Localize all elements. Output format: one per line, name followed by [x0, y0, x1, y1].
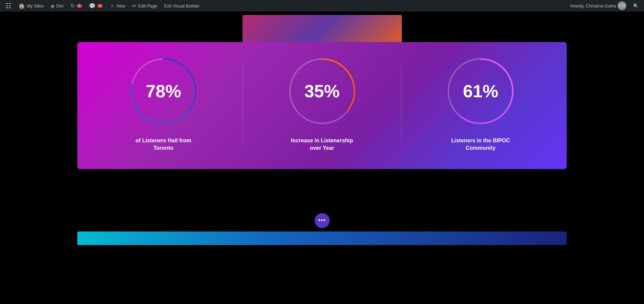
stat-item-1: 78% of Listeners Hail from Toronto	[84, 56, 243, 152]
circle-2: 35%	[287, 56, 358, 127]
stat-value-1: 78%	[146, 81, 181, 101]
updates-badge: 3	[77, 4, 82, 8]
dots-button[interactable]: •••	[315, 213, 330, 228]
updates-link[interactable]: ↻ 3	[68, 0, 85, 12]
stat-item-3: 61% Listeners in the BIPOC Community	[401, 56, 560, 152]
search-link[interactable]: 🔍	[630, 0, 641, 12]
exit-visual-builder-link[interactable]: Exit Visual Builder	[161, 0, 202, 12]
howdy-link[interactable]: Howdy, Christina Gwira CG	[567, 0, 629, 12]
top-image-area	[0, 12, 644, 42]
stat-value-3: 61%	[463, 81, 498, 101]
avatar: CG	[618, 1, 626, 10]
new-link[interactable]: ＋ New	[107, 0, 128, 12]
exit-visual-builder-label: Exit Visual Builder	[164, 3, 200, 8]
top-image	[242, 15, 402, 42]
wordpress-logo: ☷	[3, 2, 14, 10]
edit-icon: ✏	[132, 3, 137, 9]
stat-label-2: Increase in Listenership over Year	[288, 137, 356, 152]
stat-value-2: 35%	[304, 81, 339, 101]
new-label: New	[117, 3, 125, 8]
comments-link[interactable]: 💬 0	[86, 0, 105, 12]
edit-page-label: Edit Page	[138, 3, 157, 8]
my-sites-icon: 🏠	[18, 3, 25, 9]
howdy-text: Howdy, Christina Gwira	[570, 3, 616, 8]
comments-icon: 💬	[89, 3, 96, 9]
comments-badge: 0	[97, 4, 103, 8]
middle-area	[0, 169, 644, 210]
page-content: 78% of Listeners Hail from Toronto 35%	[0, 12, 644, 245]
dots-button-area: •••	[77, 210, 567, 231]
search-icon: 🔍	[633, 3, 639, 8]
admin-bar-right: Howdy, Christina Gwira CG 🔍	[567, 0, 641, 12]
stats-section: 78% of Listeners Hail from Toronto 35%	[77, 42, 567, 169]
my-sites-label: My Sites	[27, 3, 44, 8]
new-icon: ＋	[110, 2, 115, 9]
divi-label: Divi	[56, 3, 64, 8]
divi-link[interactable]: ◈ Divi	[48, 0, 66, 12]
divi-icon: ◈	[51, 3, 55, 9]
circle-3: 61%	[445, 56, 516, 127]
stat-label-1: of Listeners Hail from Toronto	[130, 137, 197, 152]
my-sites-link[interactable]: 🏠 My Sites	[16, 0, 46, 12]
stat-label-3: Listeners in the BIPOC Community	[447, 137, 514, 152]
circle-1: 78%	[128, 56, 199, 127]
updates-icon: ↻	[71, 3, 75, 9]
stat-item-2: 35% Increase in Listenership over Year	[243, 56, 402, 152]
edit-page-link[interactable]: ✏ Edit Page	[130, 0, 160, 12]
bottom-bar	[77, 231, 567, 245]
admin-bar: ☷ 🏠 My Sites ◈ Divi ↻ 3 💬 0 ＋ New ✏ Edit…	[0, 0, 644, 12]
